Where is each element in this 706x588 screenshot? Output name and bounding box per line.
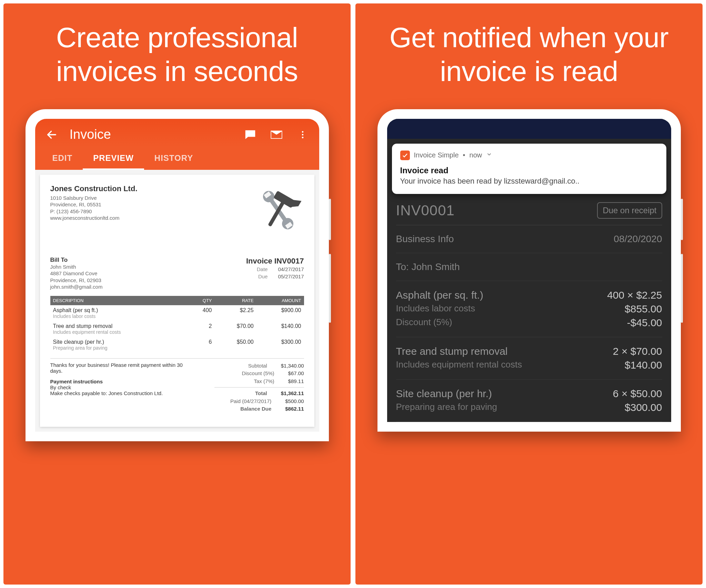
th-amount: AMOUNT bbox=[256, 296, 304, 305]
invoice-meta: Invoice INV0017 Date04/27/2017 Due05/27/… bbox=[246, 257, 304, 290]
item-rate: $50.00 bbox=[215, 337, 256, 353]
discount-label: Discount (5%) bbox=[226, 370, 274, 378]
item-qtyrate: 6 × $50.00 bbox=[613, 388, 662, 400]
tabbar: EDIT PREVIEW HISTORY bbox=[35, 147, 319, 170]
document-area[interactable]: Jones Construction Ltd. 1010 Salsbury Dr… bbox=[35, 170, 319, 432]
billto-heading: Bill To bbox=[50, 257, 103, 264]
item-qtyrate: 2 × $70.00 bbox=[613, 345, 662, 357]
item-discount: -$45.00 bbox=[627, 317, 662, 329]
item-desc: Asphalt (per sq ft.) bbox=[53, 307, 98, 313]
list-item[interactable]: Tree and stump removal2 × $70.00 Include… bbox=[396, 337, 662, 380]
billto-addr2: Providence, RI, 02903 bbox=[50, 277, 103, 284]
svg-point-1 bbox=[302, 131, 303, 133]
item-amount: $900.00 bbox=[256, 305, 304, 321]
paid-label: Paid (04/27/2017) bbox=[223, 398, 271, 405]
mail-icon[interactable] bbox=[268, 126, 285, 143]
notif-body: Your invoice has been read by lizsstewar… bbox=[400, 177, 658, 186]
item-name: Tree and stump removal bbox=[396, 345, 508, 357]
item-qty: 400 bbox=[187, 305, 215, 321]
item-amount: $140.00 bbox=[256, 321, 304, 337]
subtotal-label: Subtotal bbox=[219, 362, 267, 370]
phone-frame-2: Invoice Simple • now Invoice read Your i… bbox=[377, 109, 681, 432]
item-sub: Includes labor costs bbox=[53, 313, 184, 319]
invoice-date-field[interactable]: 08/20/2020 bbox=[614, 234, 662, 245]
item-sub: Includes equipment rental costs bbox=[53, 329, 184, 335]
subtotal-value: $1,340.00 bbox=[281, 362, 304, 370]
app-badge-icon bbox=[400, 151, 410, 160]
item-sub: Preparing area for paving bbox=[53, 345, 184, 351]
item-amount: $855.00 bbox=[625, 303, 662, 315]
table-row: Site cleanup (per hr.)Preparing area for… bbox=[50, 337, 304, 353]
notification-card[interactable]: Invoice Simple • now Invoice read Your i… bbox=[392, 144, 666, 194]
chevron-down-icon[interactable] bbox=[486, 151, 492, 159]
th-desc: DESCRIPTION bbox=[50, 296, 187, 305]
item-amount: $140.00 bbox=[625, 359, 662, 371]
phone-side-button bbox=[329, 254, 331, 323]
company-name: Jones Construction Ltd. bbox=[50, 184, 138, 193]
item-desc: Site cleanup (per hr.) bbox=[53, 339, 104, 345]
line-items-table: DESCRIPTION QTY RATE AMOUNT Asphalt (per… bbox=[50, 296, 304, 353]
company-block: Jones Construction Ltd. 1010 Salsbury Dr… bbox=[50, 184, 138, 236]
headline-2: Get notified when your invoice is read bbox=[369, 21, 689, 89]
screen-1: Invoice EDIT PREVIEW HISTORY bbox=[35, 119, 319, 432]
editor-items: Asphalt (per sq. ft.)400 × $2.25 Include… bbox=[396, 281, 662, 422]
invoice-due: 05/27/2017 bbox=[278, 274, 304, 279]
balance-label: Balance Due bbox=[223, 405, 271, 413]
th-rate: RATE bbox=[215, 296, 256, 305]
svg-point-3 bbox=[302, 137, 303, 138]
item-sub: Includes equipment rental costs bbox=[396, 359, 522, 371]
thanks-note: Thanks for your business! Please remit p… bbox=[50, 362, 190, 374]
item-qty: 6 bbox=[187, 337, 215, 353]
item-amount: $300.00 bbox=[256, 337, 304, 353]
more-icon[interactable] bbox=[294, 126, 311, 143]
sms-icon[interactable] bbox=[242, 126, 259, 143]
dot: • bbox=[463, 151, 465, 159]
total-value: $1,362.11 bbox=[281, 390, 304, 398]
table-row: Tree and stump removalIncludes equipment… bbox=[50, 321, 304, 337]
marketing-panel-2: Get notified when your invoice is read I… bbox=[355, 3, 703, 585]
item-qtyrate: 400 × $2.25 bbox=[607, 289, 662, 301]
dimmed-editor: INV0001 Due on receipt Business Info 08/… bbox=[387, 199, 671, 422]
invoice-number-field[interactable]: INV0001 bbox=[396, 202, 455, 219]
list-item[interactable]: Asphalt (per sq. ft.)400 × $2.25 Include… bbox=[396, 281, 662, 337]
phone-side-button bbox=[681, 199, 683, 240]
paid-value: $500.00 bbox=[285, 398, 304, 405]
phone-frame-1: Invoice EDIT PREVIEW HISTORY bbox=[26, 109, 329, 441]
back-icon[interactable] bbox=[43, 126, 60, 143]
footer-left: Thanks for your business! Please remit p… bbox=[50, 362, 190, 413]
notif-time: now bbox=[470, 151, 482, 159]
tab-edit[interactable]: EDIT bbox=[42, 147, 83, 170]
balance-value: $862.11 bbox=[285, 405, 304, 413]
due-terms-chip[interactable]: Due on receipt bbox=[597, 202, 662, 219]
billto-name: John Smith bbox=[50, 264, 103, 270]
instructions-heading: Payment instructions bbox=[50, 379, 190, 384]
invoice-date: 04/27/2017 bbox=[278, 266, 304, 272]
item-rate: $2.25 bbox=[215, 305, 256, 321]
billto-block: Bill To John Smith 4887 Diamond Cove Pro… bbox=[50, 257, 103, 290]
company-phone: P: (123) 456-7890 bbox=[50, 208, 138, 215]
company-addr1: 1010 Salsbury Drive bbox=[50, 195, 138, 202]
company-web: www.jonesconstructionltd.com bbox=[50, 215, 138, 221]
item-rate: $70.00 bbox=[215, 321, 256, 337]
appbar: Invoice bbox=[35, 119, 319, 147]
to-client-field[interactable]: To: John Smith bbox=[396, 261, 460, 272]
statusbar-shade bbox=[387, 119, 671, 139]
due-label: Due bbox=[251, 273, 268, 280]
tab-history[interactable]: HISTORY bbox=[144, 147, 203, 170]
tax-value: $89.11 bbox=[288, 378, 304, 385]
hammer-wrench-icon bbox=[252, 184, 304, 236]
item-qty: 2 bbox=[187, 321, 215, 337]
th-qty: QTY bbox=[187, 296, 215, 305]
marketing-panel-1: Create professional invoices in seconds … bbox=[3, 3, 351, 585]
company-addr2: Providence, RI, 05531 bbox=[50, 201, 138, 208]
instr-2: Make checks payable to: Jones Constructi… bbox=[50, 390, 190, 396]
list-item[interactable]: Site cleanup (per hr.)6 × $50.00 Prepari… bbox=[396, 380, 662, 422]
item-sub: Preparing area for paving bbox=[396, 402, 497, 413]
tab-preview[interactable]: PREVIEW bbox=[83, 147, 144, 170]
business-info-label[interactable]: Business Info bbox=[396, 234, 454, 245]
totals-block: Subtotal$1,340.00 Discount (5%)$67.00 Ta… bbox=[214, 362, 304, 413]
item-name: Site cleanup (per hr.) bbox=[396, 388, 492, 400]
item-amount: $300.00 bbox=[625, 402, 662, 413]
invoice-number: Invoice INV0017 bbox=[246, 257, 304, 266]
item-name: Asphalt (per sq. ft.) bbox=[396, 289, 483, 301]
